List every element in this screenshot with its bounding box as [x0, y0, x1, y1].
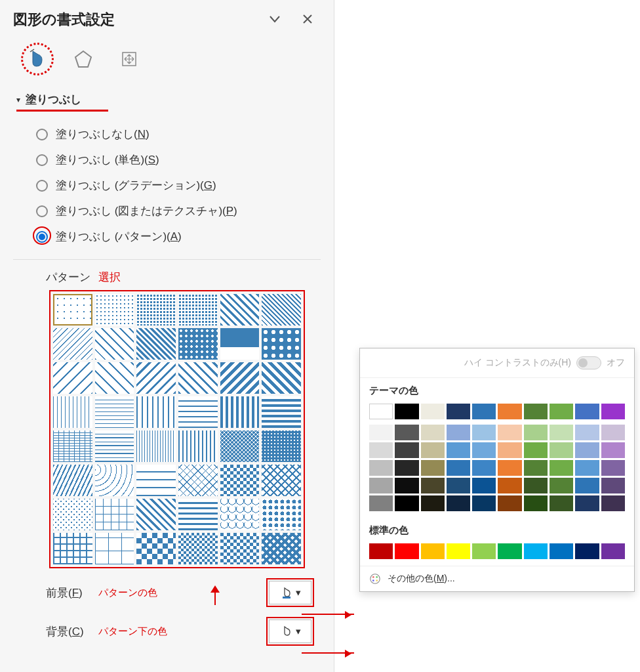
theme-shade-swatch[interactable] [472, 478, 496, 494]
theme-shade-swatch[interactable] [395, 495, 418, 511]
pattern-swatch[interactable] [220, 465, 260, 496]
theme-shade-swatch[interactable] [575, 442, 599, 458]
pattern-swatch[interactable] [220, 533, 260, 564]
standard-color-swatch[interactable] [498, 543, 521, 559]
theme-shade-swatch[interactable] [550, 478, 573, 494]
theme-color-swatch[interactable] [395, 404, 418, 419]
theme-shade-swatch[interactable] [369, 495, 393, 511]
pattern-swatch[interactable] [262, 533, 301, 564]
pattern-swatch[interactable] [220, 396, 260, 428]
theme-color-swatch[interactable] [421, 404, 445, 419]
theme-color-swatch[interactable] [550, 404, 573, 419]
theme-shade-swatch[interactable] [421, 495, 445, 511]
theme-shade-swatch[interactable] [369, 425, 393, 440]
theme-color-swatch[interactable] [472, 404, 496, 419]
radio-no-fill[interactable]: 塗りつぶしなし(N) [36, 121, 321, 147]
theme-shade-swatch[interactable] [421, 442, 445, 458]
pattern-swatch[interactable] [220, 328, 260, 360]
pattern-swatch[interactable] [262, 465, 301, 496]
radio-gradient-fill[interactable]: 塗りつぶし (グラデーション)(G) [36, 173, 321, 198]
pattern-swatch[interactable] [178, 328, 218, 360]
theme-shade-swatch[interactable] [575, 460, 599, 476]
more-colors-button[interactable]: その他の色(M)... [360, 566, 634, 591]
pattern-swatch[interactable] [136, 533, 176, 564]
pattern-swatch[interactable] [95, 499, 134, 530]
theme-shade-swatch[interactable] [524, 442, 548, 458]
pattern-swatch[interactable] [136, 465, 176, 496]
theme-shade-swatch[interactable] [447, 425, 470, 440]
standard-color-swatch[interactable] [447, 543, 470, 559]
theme-shade-swatch[interactable] [601, 442, 625, 458]
pattern-swatch[interactable] [136, 430, 176, 462]
pattern-swatch[interactable] [262, 362, 301, 394]
tab-size[interactable] [113, 43, 146, 75]
theme-color-swatch[interactable] [498, 404, 521, 419]
pattern-swatch[interactable] [178, 396, 218, 428]
theme-color-swatch[interactable] [524, 404, 548, 419]
radio-pattern-fill[interactable]: 塗りつぶし (パターン)(A) [36, 224, 321, 249]
theme-shade-swatch[interactable] [601, 478, 625, 494]
pattern-swatch[interactable] [53, 533, 92, 564]
pattern-swatch[interactable] [178, 430, 218, 462]
theme-shade-swatch[interactable] [524, 425, 548, 440]
theme-shade-swatch[interactable] [524, 495, 548, 511]
standard-color-swatch[interactable] [421, 543, 445, 559]
standard-color-swatch[interactable] [369, 543, 393, 559]
theme-shade-swatch[interactable] [447, 460, 470, 476]
tab-effects[interactable] [67, 43, 100, 75]
theme-shade-swatch[interactable] [575, 425, 599, 440]
section-fill-header[interactable]: ▾ 塗りつぶし [16, 92, 321, 107]
pattern-swatch[interactable] [53, 499, 92, 530]
standard-color-swatch[interactable] [472, 543, 496, 559]
pattern-swatch[interactable] [136, 499, 176, 530]
pattern-swatch[interactable] [53, 294, 92, 326]
pattern-swatch[interactable] [95, 362, 134, 394]
theme-color-swatch[interactable] [601, 404, 625, 419]
theme-shade-swatch[interactable] [498, 425, 521, 440]
radio-picture-fill[interactable]: 塗りつぶし (図またはテクスチャ)(P) [36, 198, 321, 224]
standard-color-swatch[interactable] [601, 543, 625, 559]
theme-shade-swatch[interactable] [421, 460, 445, 476]
pattern-swatch[interactable] [53, 465, 92, 496]
theme-color-swatch[interactable] [447, 404, 470, 419]
pattern-swatch[interactable] [220, 499, 260, 530]
foreground-color-button[interactable]: ▾ [269, 581, 311, 604]
pattern-swatch[interactable] [53, 430, 92, 462]
pattern-swatch[interactable] [95, 465, 134, 496]
standard-color-swatch[interactable] [395, 543, 418, 559]
pattern-swatch[interactable] [178, 533, 218, 564]
theme-shade-swatch[interactable] [447, 495, 470, 511]
pattern-swatch[interactable] [262, 294, 301, 326]
theme-shade-swatch[interactable] [601, 495, 625, 511]
theme-shade-swatch[interactable] [447, 478, 470, 494]
theme-shade-swatch[interactable] [550, 495, 573, 511]
standard-color-swatch[interactable] [524, 543, 548, 559]
theme-shade-swatch[interactable] [472, 425, 496, 440]
theme-shade-swatch[interactable] [601, 425, 625, 440]
pattern-swatch[interactable] [220, 294, 260, 326]
pattern-swatch[interactable] [262, 499, 301, 530]
theme-shade-swatch[interactable] [472, 460, 496, 476]
theme-shade-swatch[interactable] [575, 478, 599, 494]
theme-shade-swatch[interactable] [369, 460, 393, 476]
theme-shade-swatch[interactable] [369, 442, 393, 458]
theme-shade-swatch[interactable] [395, 425, 418, 440]
theme-shade-swatch[interactable] [498, 460, 521, 476]
theme-shade-swatch[interactable] [498, 442, 521, 458]
theme-shade-swatch[interactable] [472, 495, 496, 511]
pattern-swatch[interactable] [262, 328, 301, 360]
theme-shade-swatch[interactable] [550, 425, 573, 440]
pattern-swatch[interactable] [53, 328, 92, 360]
background-color-button[interactable]: ▾ [269, 620, 311, 643]
pattern-swatch[interactable] [136, 328, 176, 360]
theme-shade-swatch[interactable] [395, 478, 418, 494]
pattern-swatch[interactable] [178, 499, 218, 530]
theme-shade-swatch[interactable] [550, 442, 573, 458]
pattern-swatch[interactable] [95, 533, 134, 564]
theme-shade-swatch[interactable] [395, 460, 418, 476]
pattern-swatch[interactable] [178, 362, 218, 394]
pattern-swatch[interactable] [262, 396, 301, 428]
theme-shade-swatch[interactable] [421, 478, 445, 494]
pattern-swatch[interactable] [53, 396, 92, 428]
pattern-swatch[interactable] [220, 430, 260, 462]
